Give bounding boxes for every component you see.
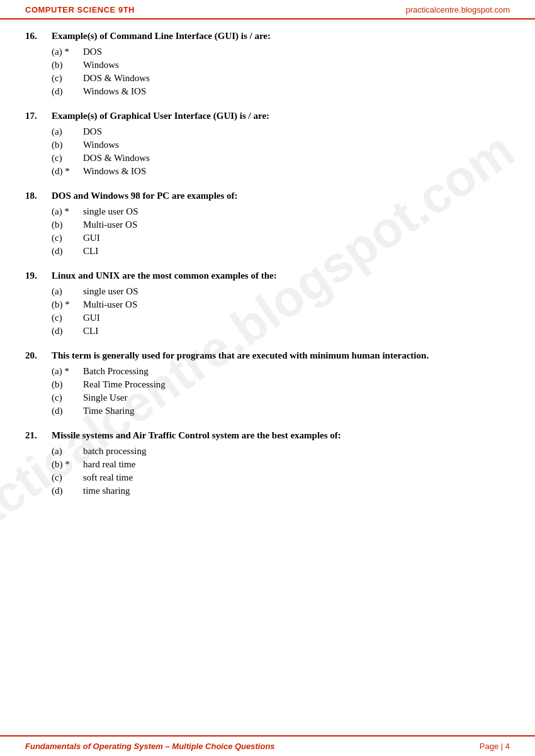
question-17-options: (a) DOS (b) Windows (c) DOS & Windows (d…: [52, 126, 510, 177]
option-17b: (b) Windows: [52, 140, 510, 150]
option-16c-text: DOS & Windows: [83, 73, 150, 84]
option-20b: (b) Real Time Processing: [52, 379, 510, 390]
question-17-line: 17. Example(s) of Graphical User Interfa…: [25, 111, 510, 121]
option-16b-text: Windows: [83, 60, 119, 70]
option-21c-text: soft real time: [83, 472, 133, 483]
option-17b-label: (b): [52, 140, 83, 150]
option-20d-label: (d): [52, 406, 83, 416]
option-17a-label: (a): [52, 126, 83, 137]
option-17d-label: (d) *: [52, 166, 83, 177]
question-19-text: Linux and UNIX are the most common examp…: [52, 270, 510, 281]
question-21: 21. Missile systems and Air Traffic Cont…: [25, 430, 510, 496]
option-16c: (c) DOS & Windows: [52, 73, 510, 84]
footer-page: Page | 4: [480, 742, 510, 751]
question-18-line: 18. DOS and Windows 98 for PC are exampl…: [25, 191, 510, 201]
option-21b: (b) * hard real time: [52, 459, 510, 470]
option-19d-text: CLI: [83, 326, 98, 336]
question-18: 18. DOS and Windows 98 for PC are exampl…: [25, 191, 510, 257]
option-19b: (b) * Multi-user OS: [52, 299, 510, 310]
footer-left: Fundamentals of Operating System – Multi…: [25, 742, 275, 751]
option-20b-label: (b): [52, 379, 83, 390]
option-18b-text: Multi-user OS: [83, 220, 137, 230]
option-16b-label: (b): [52, 60, 83, 70]
option-20b-text: Real Time Processing: [83, 379, 166, 390]
option-18d-label: (d): [52, 246, 83, 257]
option-21a: (a) batch processing: [52, 446, 510, 457]
option-18a: (a) * single user OS: [52, 206, 510, 217]
option-19d: (d) CLI: [52, 326, 510, 336]
question-19: 19. Linux and UNIX are the most common e…: [25, 270, 510, 336]
option-16d-text: Windows & IOS: [83, 86, 146, 97]
question-20-text: This term is generally used for programs…: [52, 350, 510, 361]
option-16c-label: (c): [52, 73, 83, 84]
question-21-line: 21. Missile systems and Air Traffic Cont…: [25, 430, 510, 441]
option-18a-label: (a) *: [52, 206, 83, 217]
question-19-line: 19. Linux and UNIX are the most common e…: [25, 270, 510, 281]
option-16d: (d) Windows & IOS: [52, 86, 510, 97]
option-19d-label: (d): [52, 326, 83, 336]
option-21d: (d) time sharing: [52, 486, 510, 496]
question-16-line: 16. Example(s) of Command Line Interface…: [25, 31, 510, 42]
option-19a: (a) single user OS: [52, 286, 510, 297]
option-19c-text: GUI: [83, 313, 100, 323]
option-20a-label: (a) *: [52, 366, 83, 377]
option-18c-text: GUI: [83, 233, 100, 243]
option-20a-text: Batch Processing: [83, 366, 149, 377]
option-19b-label: (b) *: [52, 299, 83, 310]
option-17c: (c) DOS & Windows: [52, 153, 510, 164]
option-17d: (d) * Windows & IOS: [52, 166, 510, 177]
option-21b-text: hard real time: [83, 459, 135, 470]
question-21-options: (a) batch processing (b) * hard real tim…: [52, 446, 510, 496]
option-17c-text: DOS & Windows: [83, 153, 150, 164]
page-header: Computer Science 9th practicalcentre.blo…: [0, 0, 535, 19]
option-18d: (d) CLI: [52, 246, 510, 257]
option-19b-text: Multi-user OS: [83, 299, 137, 310]
question-21-text: Missile systems and Air Traffic Control …: [52, 430, 510, 441]
question-16-text: Example(s) of Command Line Interface (GU…: [52, 31, 510, 42]
option-16d-label: (d): [52, 86, 83, 97]
header-url: practicalcentre.blogspot.com: [406, 5, 510, 14]
footer-type: – Multiple Choice Questions: [163, 742, 275, 751]
question-18-text: DOS and Windows 98 for PC are examples o…: [52, 191, 510, 201]
option-21d-text: time sharing: [83, 486, 130, 496]
question-17-number: 17.: [25, 111, 52, 121]
option-19a-text: single user OS: [83, 286, 138, 297]
option-19c: (c) GUI: [52, 313, 510, 323]
option-21a-label: (a): [52, 446, 83, 457]
option-16a: (a) * DOS: [52, 47, 510, 57]
question-16-options: (a) * DOS (b) Windows (c) DOS & Windows …: [52, 47, 510, 97]
question-18-options: (a) * single user OS (b) Multi-user OS (…: [52, 206, 510, 257]
option-20c-label: (c): [52, 392, 83, 403]
question-21-number: 21.: [25, 430, 52, 441]
option-17a: (a) DOS: [52, 126, 510, 137]
question-16: 16. Example(s) of Command Line Interface…: [25, 31, 510, 97]
question-16-number: 16.: [25, 31, 52, 42]
main-content: 16. Example(s) of Command Line Interface…: [0, 31, 535, 523]
option-21a-text: batch processing: [83, 446, 146, 457]
option-21d-label: (d): [52, 486, 83, 496]
option-17a-text: DOS: [83, 126, 102, 137]
question-20: 20. This term is generally used for prog…: [25, 350, 510, 416]
option-16a-text: DOS: [83, 47, 102, 57]
option-18b: (b) Multi-user OS: [52, 220, 510, 230]
option-19c-label: (c): [52, 313, 83, 323]
option-19a-label: (a): [52, 286, 83, 297]
option-17d-text: Windows & IOS: [83, 166, 146, 177]
option-18b-label: (b): [52, 220, 83, 230]
option-16b: (b) Windows: [52, 60, 510, 70]
option-16a-label: (a) *: [52, 47, 83, 57]
option-21b-label: (b) *: [52, 459, 83, 470]
question-20-options: (a) * Batch Processing (b) Real Time Pro…: [52, 366, 510, 416]
option-20c-text: Single User: [83, 392, 127, 403]
option-17b-text: Windows: [83, 140, 119, 150]
option-18d-text: CLI: [83, 246, 98, 257]
option-20c: (c) Single User: [52, 392, 510, 403]
page-footer: Fundamentals of Operating System – Multi…: [0, 735, 535, 756]
question-19-options: (a) single user OS (b) * Multi-user OS (…: [52, 286, 510, 336]
question-17-text: Example(s) of Graphical User Interface (…: [52, 111, 510, 121]
option-21c-label: (c): [52, 472, 83, 483]
question-18-number: 18.: [25, 191, 52, 201]
question-17: 17. Example(s) of Graphical User Interfa…: [25, 111, 510, 177]
option-20a: (a) * Batch Processing: [52, 366, 510, 377]
option-17c-label: (c): [52, 153, 83, 164]
